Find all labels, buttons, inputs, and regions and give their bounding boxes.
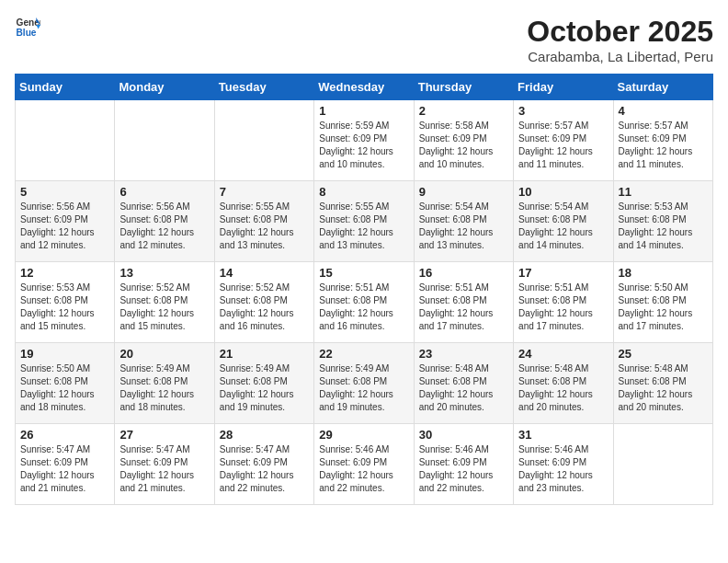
day-info: Sunrise: 5:46 AMSunset: 6:09 PMDaylight:… <box>419 444 494 493</box>
day-number: 5 <box>20 185 109 199</box>
day-info: Sunrise: 5:49 AMSunset: 6:08 PMDaylight:… <box>220 363 294 412</box>
day-number: 17 <box>518 266 608 280</box>
svg-text:Blue: Blue <box>17 28 37 38</box>
day-info: Sunrise: 5:51 AMSunset: 6:08 PMDaylight:… <box>419 282 494 331</box>
day-number: 27 <box>119 428 209 442</box>
week-row-4: 19 Sunrise: 5:50 AMSunset: 6:08 PMDaylig… <box>16 343 713 424</box>
calendar-cell: 20 Sunrise: 5:49 AMSunset: 6:08 PMDaylig… <box>115 343 214 424</box>
calendar-cell: 6 Sunrise: 5:56 AMSunset: 6:08 PMDayligh… <box>115 181 214 262</box>
calendar-cell <box>613 424 712 505</box>
calendar-cell: 24 Sunrise: 5:48 AMSunset: 6:08 PMDaylig… <box>514 343 613 424</box>
logo: General Blue <box>15 15 40 40</box>
day-info: Sunrise: 5:46 AMSunset: 6:09 PMDaylight:… <box>319 444 393 493</box>
calendar-cell: 16 Sunrise: 5:51 AMSunset: 6:08 PMDaylig… <box>414 262 513 343</box>
calendar-cell <box>115 100 214 181</box>
calendar: SundayMondayTuesdayWednesdayThursdayFrid… <box>15 74 713 505</box>
day-number: 9 <box>419 185 508 199</box>
week-row-5: 26 Sunrise: 5:47 AMSunset: 6:09 PMDaylig… <box>16 424 713 505</box>
day-info: Sunrise: 5:50 AMSunset: 6:08 PMDaylight:… <box>20 363 95 412</box>
day-number: 15 <box>319 266 408 280</box>
day-info: Sunrise: 5:58 AMSunset: 6:09 PMDaylight:… <box>419 121 494 169</box>
calendar-cell: 14 Sunrise: 5:52 AMSunset: 6:08 PMDaylig… <box>214 262 313 343</box>
day-number: 11 <box>619 185 708 199</box>
day-info: Sunrise: 5:46 AMSunset: 6:09 PMDaylight:… <box>518 444 593 493</box>
day-number: 25 <box>619 347 708 361</box>
day-number: 3 <box>518 104 608 118</box>
calendar-cell: 31 Sunrise: 5:46 AMSunset: 6:09 PMDaylig… <box>514 424 613 505</box>
day-info: Sunrise: 5:48 AMSunset: 6:08 PMDaylight:… <box>518 363 593 412</box>
calendar-cell: 23 Sunrise: 5:48 AMSunset: 6:08 PMDaylig… <box>414 343 513 424</box>
calendar-cell: 7 Sunrise: 5:55 AMSunset: 6:08 PMDayligh… <box>214 181 313 262</box>
weekday-header-tuesday: Tuesday <box>214 75 313 100</box>
day-info: Sunrise: 5:47 AMSunset: 6:09 PMDaylight:… <box>20 444 95 493</box>
calendar-cell: 12 Sunrise: 5:53 AMSunset: 6:08 PMDaylig… <box>16 262 115 343</box>
day-number: 31 <box>518 428 608 442</box>
day-number: 28 <box>220 428 309 442</box>
day-number: 12 <box>20 266 109 280</box>
day-info: Sunrise: 5:53 AMSunset: 6:08 PMDaylight:… <box>619 201 693 250</box>
calendar-cell: 27 Sunrise: 5:47 AMSunset: 6:09 PMDaylig… <box>115 424 214 505</box>
day-info: Sunrise: 5:48 AMSunset: 6:08 PMDaylight:… <box>619 363 693 412</box>
calendar-cell: 19 Sunrise: 5:50 AMSunset: 6:08 PMDaylig… <box>16 343 115 424</box>
weekday-header-sunday: Sunday <box>16 75 115 100</box>
day-number: 19 <box>20 347 109 361</box>
day-info: Sunrise: 5:54 AMSunset: 6:08 PMDaylight:… <box>518 201 593 250</box>
day-number: 8 <box>319 185 408 199</box>
calendar-cell: 4 Sunrise: 5:57 AMSunset: 6:09 PMDayligh… <box>613 100 712 181</box>
calendar-cell: 11 Sunrise: 5:53 AMSunset: 6:08 PMDaylig… <box>613 181 712 262</box>
weekday-header-saturday: Saturday <box>613 75 712 100</box>
calendar-cell: 2 Sunrise: 5:58 AMSunset: 6:09 PMDayligh… <box>414 100 513 181</box>
week-row-3: 12 Sunrise: 5:53 AMSunset: 6:08 PMDaylig… <box>16 262 713 343</box>
calendar-cell: 15 Sunrise: 5:51 AMSunset: 6:08 PMDaylig… <box>314 262 414 343</box>
day-number: 29 <box>319 428 408 442</box>
day-info: Sunrise: 5:57 AMSunset: 6:09 PMDaylight:… <box>619 121 693 169</box>
day-number: 2 <box>419 104 508 118</box>
calendar-cell: 26 Sunrise: 5:47 AMSunset: 6:09 PMDaylig… <box>16 424 115 505</box>
calendar-cell: 25 Sunrise: 5:48 AMSunset: 6:08 PMDaylig… <box>613 343 712 424</box>
day-number: 14 <box>220 266 309 280</box>
calendar-cell: 1 Sunrise: 5:59 AMSunset: 6:09 PMDayligh… <box>314 100 414 181</box>
calendar-cell: 5 Sunrise: 5:56 AMSunset: 6:09 PMDayligh… <box>16 181 115 262</box>
calendar-cell: 13 Sunrise: 5:52 AMSunset: 6:08 PMDaylig… <box>115 262 214 343</box>
calendar-cell: 29 Sunrise: 5:46 AMSunset: 6:09 PMDaylig… <box>314 424 414 505</box>
day-info: Sunrise: 5:55 AMSunset: 6:08 PMDaylight:… <box>220 201 294 250</box>
weekday-header-thursday: Thursday <box>414 75 513 100</box>
day-number: 7 <box>220 185 309 199</box>
day-info: Sunrise: 5:56 AMSunset: 6:08 PMDaylight:… <box>119 201 194 250</box>
day-number: 23 <box>419 347 508 361</box>
day-number: 4 <box>619 104 708 118</box>
day-info: Sunrise: 5:49 AMSunset: 6:08 PMDaylight:… <box>119 363 194 412</box>
day-number: 21 <box>220 347 309 361</box>
calendar-cell: 17 Sunrise: 5:51 AMSunset: 6:08 PMDaylig… <box>514 262 613 343</box>
day-info: Sunrise: 5:53 AMSunset: 6:08 PMDaylight:… <box>20 282 95 331</box>
day-number: 6 <box>119 185 209 199</box>
location-title: Carabamba, La Libertad, Peru <box>527 49 713 64</box>
day-number: 24 <box>518 347 608 361</box>
weekday-header-row: SundayMondayTuesdayWednesdayThursdayFrid… <box>16 75 713 100</box>
day-info: Sunrise: 5:52 AMSunset: 6:08 PMDaylight:… <box>220 282 294 331</box>
day-info: Sunrise: 5:55 AMSunset: 6:08 PMDaylight:… <box>319 201 393 250</box>
day-info: Sunrise: 5:51 AMSunset: 6:08 PMDaylight:… <box>518 282 593 331</box>
weekday-header-wednesday: Wednesday <box>314 75 414 100</box>
calendar-cell: 9 Sunrise: 5:54 AMSunset: 6:08 PMDayligh… <box>414 181 513 262</box>
title-area: October 2025 Carabamba, La Libertad, Per… <box>527 15 713 64</box>
day-info: Sunrise: 5:56 AMSunset: 6:09 PMDaylight:… <box>20 201 95 250</box>
day-number: 13 <box>119 266 209 280</box>
day-info: Sunrise: 5:51 AMSunset: 6:08 PMDaylight:… <box>319 282 393 331</box>
day-info: Sunrise: 5:57 AMSunset: 6:09 PMDaylight:… <box>518 121 593 169</box>
day-info: Sunrise: 5:54 AMSunset: 6:08 PMDaylight:… <box>419 201 494 250</box>
day-number: 20 <box>119 347 209 361</box>
calendar-cell: 30 Sunrise: 5:46 AMSunset: 6:09 PMDaylig… <box>414 424 513 505</box>
calendar-cell <box>214 100 313 181</box>
day-number: 18 <box>619 266 708 280</box>
week-row-1: 1 Sunrise: 5:59 AMSunset: 6:09 PMDayligh… <box>16 100 713 181</box>
day-info: Sunrise: 5:48 AMSunset: 6:08 PMDaylight:… <box>419 363 494 412</box>
day-info: Sunrise: 5:59 AMSunset: 6:09 PMDaylight:… <box>319 121 393 169</box>
weekday-header-friday: Friday <box>514 75 613 100</box>
day-number: 22 <box>319 347 408 361</box>
calendar-cell: 3 Sunrise: 5:57 AMSunset: 6:09 PMDayligh… <box>514 100 613 181</box>
day-info: Sunrise: 5:47 AMSunset: 6:09 PMDaylight:… <box>220 444 294 493</box>
page-header: General Blue October 2025 Carabamba, La … <box>15 15 713 64</box>
calendar-cell: 10 Sunrise: 5:54 AMSunset: 6:08 PMDaylig… <box>514 181 613 262</box>
logo-icon: General Blue <box>15 15 40 40</box>
